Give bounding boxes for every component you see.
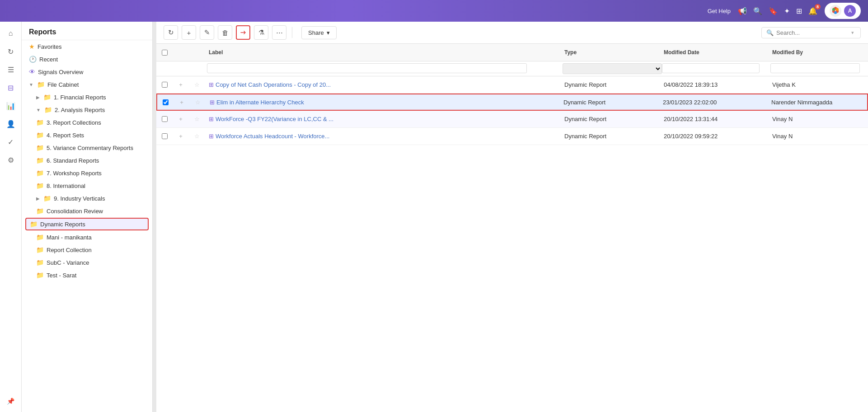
col-header-modified-date[interactable]: Modified Date — [660, 47, 769, 57]
row-checkbox-cell-3 — [156, 131, 173, 142]
sidebar-item-international-label: 8. International — [47, 183, 85, 189]
header-icons: 📢 🔍 🔖 ✦ ⊞ 🔔 8 — [738, 7, 817, 15]
nav-grid-icon[interactable]: ⊟ — [3, 80, 19, 96]
col-header-label[interactable]: Label — [205, 47, 561, 57]
international-folder-icon: 📁 — [36, 182, 44, 189]
left-nav: ⌂ ↻ ☰ ⊟ 📊 👤 ✓ ⚙ 📌 — [0, 22, 22, 412]
sidebar-item-signals[interactable]: 👁 Signals Overview — [22, 66, 152, 78]
add-button[interactable]: + — [182, 25, 196, 40]
sidebar-item-dynamic-reports[interactable]: 📁 Dynamic Reports — [25, 218, 149, 230]
row-star-cell-0[interactable]: ☆ — [189, 79, 205, 91]
sidebar: Reports ★ Favorites 🕐 Recent 👁 Signals O… — [22, 22, 153, 412]
filter-type-select[interactable]: Dynamic Report — [563, 63, 662, 74]
filter-by-input[interactable] — [770, 63, 860, 73]
row-star-cell-2[interactable]: ☆ — [189, 113, 205, 125]
sidebar-item-industry-verticals[interactable]: ▶ 📁 9. Industry Verticals — [22, 192, 152, 205]
filter-label-input[interactable] — [207, 63, 527, 73]
nav-refresh-icon[interactable]: ↻ — [3, 43, 19, 60]
sidebar-resize-handle[interactable] — [153, 22, 156, 412]
row-label-3[interactable]: ⊞ Workforce Actuals Headcount - Workforc… — [205, 130, 561, 142]
nav-person-icon[interactable]: 👤 — [3, 116, 19, 132]
search-dropdown-arrow[interactable]: ▾ — [851, 30, 854, 36]
filter-date-cell — [660, 63, 769, 74]
notification-icon[interactable]: 🔔 8 — [808, 7, 817, 15]
sidebar-item-financial-reports[interactable]: ▶ 📁 1. Financial Reports — [22, 91, 152, 103]
select-all-checkbox[interactable] — [162, 50, 168, 56]
sidebar-item-subc-variance[interactable]: 📁 SubC - Variance — [22, 256, 152, 269]
pin-icon[interactable]: 📌 — [7, 398, 14, 405]
compass-icon[interactable]: ✦ — [784, 7, 790, 15]
search-icon-sm: 🔍 — [766, 29, 774, 36]
share-button-label: Share — [308, 29, 324, 36]
sidebar-item-favorites[interactable]: ★ Favorites — [22, 40, 152, 53]
svg-point-3 — [834, 11, 837, 14]
sidebar-item-report-collections-label: 3. Report Collections — [47, 119, 101, 126]
sidebar-item-report-collection[interactable]: 📁 Report Collection — [22, 243, 152, 256]
delete-button[interactable]: 🗑 — [218, 25, 232, 40]
row-type-3: Dynamic Report — [561, 130, 660, 142]
report-grid-icon-2: ⊞ — [209, 116, 214, 122]
sidebar-item-file-cabinet[interactable]: ▼ 📁 File Cabinet — [22, 78, 152, 91]
row-label-text-3: Workforce Actuals Headcount - Workforce.… — [216, 133, 329, 140]
analysis-chevron-icon: ▼ — [36, 108, 41, 112]
row-date-0: 04/08/2022 18:39:13 — [660, 79, 769, 91]
table-header-row: Label Type Modified Date Modified By — [156, 44, 868, 61]
row-star-cell-3[interactable]: ☆ — [189, 130, 205, 142]
nav-chart-icon[interactable]: 📊 — [3, 98, 19, 114]
col-header-type[interactable]: Type — [561, 47, 660, 57]
row-checkbox-1[interactable] — [163, 99, 169, 105]
sidebar-item-standard-reports[interactable]: 📁 6. Standard Reports — [22, 154, 152, 167]
col-header-modified-by[interactable]: Modified By — [769, 47, 868, 57]
get-help-link[interactable]: Get Help — [708, 8, 731, 14]
nav-home-icon[interactable]: ⌂ — [3, 25, 19, 42]
row-checkbox-3[interactable] — [162, 133, 168, 139]
row-add-cell-0[interactable]: + — [173, 79, 189, 91]
row-label-1[interactable]: ⊞ Elim in Alternate Hierarchy Check — [206, 96, 560, 108]
sidebar-item-consolidation-review[interactable]: 📁 Consolidation Review — [22, 205, 152, 217]
analysis-folder-icon: 📁 — [44, 106, 52, 113]
row-label-2[interactable]: ⊞ WorkForce -Q3 FY22(Variance in LC,CC &… — [205, 113, 561, 125]
filter-star-cell — [189, 63, 205, 74]
share-button[interactable]: Share ▾ — [301, 26, 337, 39]
sidebar-item-recent[interactable]: 🕐 Recent — [22, 53, 152, 66]
row-star-cell-1[interactable]: ☆ — [190, 96, 206, 108]
row-add-cell-1[interactable]: + — [174, 96, 190, 108]
search-icon[interactable]: 🔍 — [753, 7, 762, 15]
test-sarat-folder-icon: 📁 — [36, 272, 44, 279]
search-input[interactable] — [776, 29, 849, 36]
recent-clock-icon: 🕐 — [29, 56, 37, 63]
nav-checkmark-icon[interactable]: ✓ — [3, 134, 19, 150]
move-button[interactable] — [236, 25, 250, 40]
filter-by-cell — [769, 63, 868, 74]
svg-point-1 — [832, 8, 835, 11]
sidebar-item-international[interactable]: 📁 8. International — [22, 179, 152, 192]
favorites-star-icon: ★ — [29, 43, 35, 50]
row-label-0[interactable]: ⊞ Copy of Net Cash Operations - Copy of … — [205, 79, 561, 91]
sidebar-item-financial-label: 1. Financial Reports — [54, 94, 106, 101]
workshop-folder-icon: 📁 — [36, 169, 44, 177]
sidebar-item-variance-commentary[interactable]: 📁 5. Variance Commentary Reports — [22, 141, 152, 154]
row-add-cell-2[interactable]: + — [173, 113, 189, 125]
nav-reports-icon[interactable]: ☰ — [3, 61, 19, 78]
filter-button[interactable]: ⚗ — [254, 25, 268, 40]
row-add-cell-3[interactable]: + — [173, 130, 189, 142]
bookmark-icon[interactable]: 🔖 — [769, 7, 778, 15]
row-checkbox-0[interactable] — [162, 82, 168, 88]
more-button[interactable]: ⋯ — [272, 25, 286, 40]
row-checkbox-2[interactable] — [162, 116, 168, 122]
edit-button[interactable]: ✎ — [200, 25, 214, 40]
filter-date-input[interactable] — [662, 63, 760, 73]
sidebar-item-analysis-reports[interactable]: ▼ 📁 2. Analysis Reports — [22, 103, 152, 116]
consolidation-folder-icon: 📁 — [36, 207, 44, 215]
sidebar-item-test-sarat[interactable]: 📁 Test - Sarat — [22, 269, 152, 281]
sidebar-item-workshop-reports[interactable]: 📁 7. Workshop Reports — [22, 167, 152, 179]
sidebar-item-report-sets[interactable]: 📁 4. Report Sets — [22, 129, 152, 141]
filter-check-cell — [156, 63, 173, 74]
refresh-button[interactable]: ↻ — [164, 25, 178, 40]
announcement-icon[interactable]: 📢 — [738, 7, 747, 15]
user-avatar-box[interactable]: A — [825, 3, 861, 19]
apps-icon[interactable]: ⊞ — [796, 7, 802, 15]
sidebar-item-mani[interactable]: 📁 Mani - manikanta — [22, 231, 152, 243]
nav-settings-icon[interactable]: ⚙ — [3, 152, 19, 168]
sidebar-item-report-collections[interactable]: 📁 3. Report Collections — [22, 116, 152, 129]
